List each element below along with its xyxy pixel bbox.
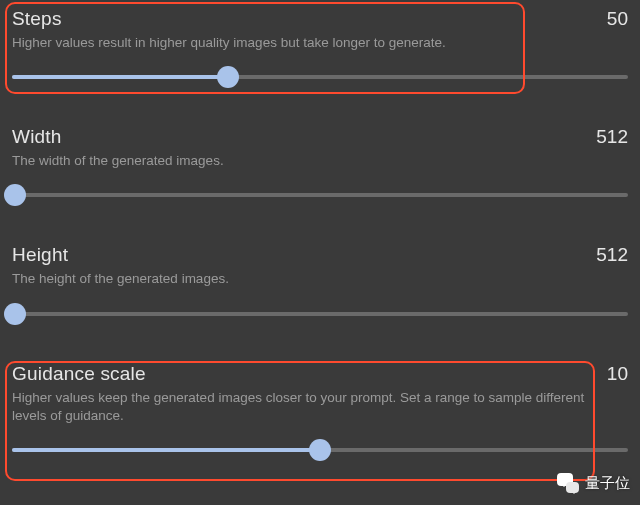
settings-panel: Steps 50 Higher values result in higher … [0,0,640,461]
watermark: 量子位 [557,473,630,493]
slider-track [12,193,628,197]
slider-row-guidance: Guidance scale 10 Higher values keep the… [12,363,628,461]
slider-track [12,312,628,316]
steps-label: Steps [12,8,62,30]
row-header: Width 512 [12,126,628,148]
guidance-value: 10 [607,363,628,385]
watermark-text: 量子位 [585,474,630,493]
row-header: Guidance scale 10 [12,363,628,385]
slider-thumb[interactable] [4,184,26,206]
row-header: Height 512 [12,244,628,266]
height-value: 512 [596,244,628,266]
guidance-description: Higher values keep the generated images … [12,389,602,425]
slider-track-fill [12,448,320,452]
slider-thumb[interactable] [309,439,331,461]
row-header: Steps 50 [12,8,628,30]
width-label: Width [12,126,62,148]
width-slider[interactable] [12,184,628,206]
slider-row-width: Width 512 The width of the generated ima… [12,126,628,206]
guidance-slider[interactable] [12,439,628,461]
height-description: The height of the generated images. [12,270,602,288]
slider-row-height: Height 512 The height of the generated i… [12,244,628,324]
guidance-label: Guidance scale [12,363,146,385]
slider-row-steps: Steps 50 Higher values result in higher … [12,8,628,88]
height-label: Height [12,244,68,266]
wechat-icon [557,473,579,493]
width-description: The width of the generated images. [12,152,602,170]
slider-thumb[interactable] [217,66,239,88]
steps-slider[interactable] [12,66,628,88]
height-slider[interactable] [12,303,628,325]
steps-value: 50 [607,8,628,30]
width-value: 512 [596,126,628,148]
steps-description: Higher values result in higher quality i… [12,34,602,52]
slider-thumb[interactable] [4,303,26,325]
slider-track-fill [12,75,228,79]
